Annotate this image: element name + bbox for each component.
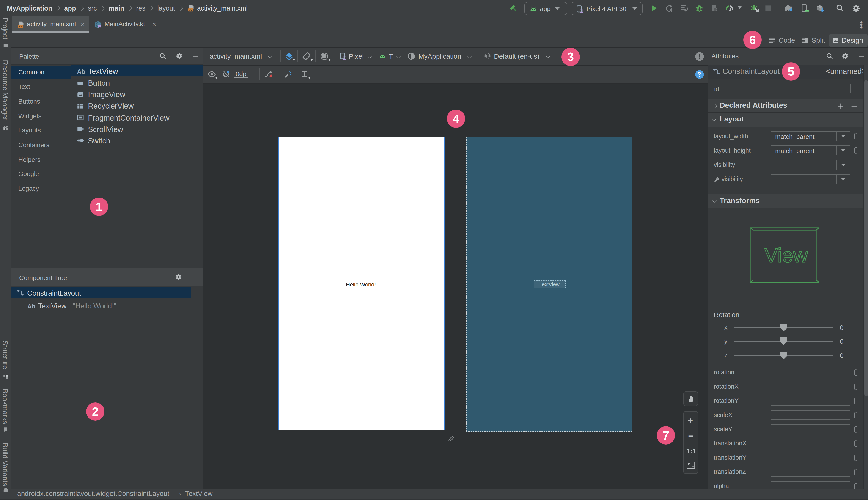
- svg-text:View: View: [764, 243, 808, 266]
